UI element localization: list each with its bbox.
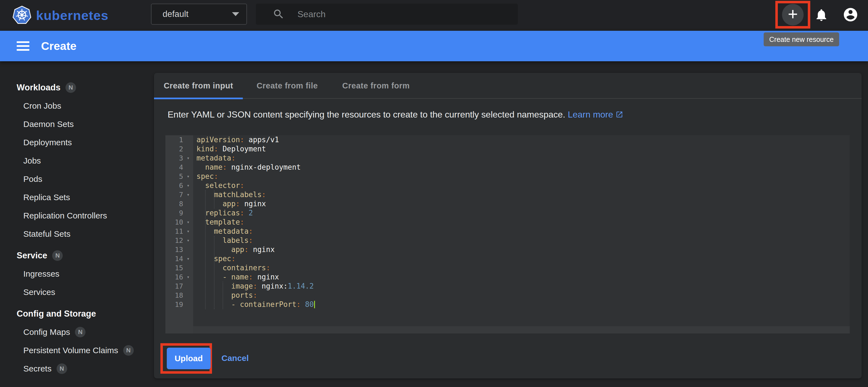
learn-more-link[interactable]: Learn more bbox=[568, 109, 623, 119]
code-line: 4 name: nginx-deployment bbox=[165, 163, 850, 172]
yaml-token: : bbox=[253, 291, 257, 300]
sidebar-item-services[interactable]: Services bbox=[0, 283, 154, 301]
yaml-token: apiVersion bbox=[196, 136, 240, 144]
sidebar-header-workloads[interactable]: WorkloadsN bbox=[0, 78, 154, 97]
editor-gutter-cell: 5▾ bbox=[165, 172, 193, 181]
code-text: apiVersion: apps/v1 bbox=[193, 135, 279, 144]
code-line: 12▾ labels: bbox=[165, 236, 850, 245]
namespaced-badge: N bbox=[52, 250, 63, 261]
fold-toggle-icon bbox=[183, 144, 193, 153]
yaml-token: name bbox=[231, 273, 249, 281]
editor-horizontal-scrollbar[interactable] bbox=[193, 326, 850, 333]
yaml-token: : bbox=[222, 163, 227, 171]
code-text: app: nginx bbox=[193, 199, 266, 208]
fold-toggle-icon[interactable]: ▾ bbox=[183, 273, 193, 282]
yaml-token: : bbox=[297, 300, 301, 309]
namespaced-badge: N bbox=[75, 327, 86, 338]
create-description: Enter YAML or JSON content specifying th… bbox=[167, 109, 623, 120]
yaml-token: : bbox=[214, 145, 218, 153]
code-line: 2kind: Deployment bbox=[165, 144, 850, 153]
sidebar-section-workloads: WorkloadsNCron JobsDaemon SetsDeployment… bbox=[0, 78, 154, 243]
code-line: 5▾spec: bbox=[165, 172, 850, 181]
yaml-token bbox=[227, 273, 231, 281]
sidebar-item-stateful-sets[interactable]: Stateful Sets bbox=[0, 225, 154, 243]
brand-wordmark: kubernetes bbox=[36, 8, 108, 23]
sidebar-item-secrets[interactable]: SecretsN bbox=[0, 359, 154, 378]
code-text: selector: bbox=[193, 181, 244, 190]
fold-toggle-icon[interactable]: ▾ bbox=[183, 190, 193, 199]
sidebar-item-daemon-sets[interactable]: Daemon Sets bbox=[0, 115, 154, 133]
fold-toggle-icon[interactable]: ▾ bbox=[183, 236, 193, 245]
external-link-icon bbox=[616, 111, 623, 118]
code-line: 3▾metadata: bbox=[165, 153, 850, 163]
account-circle-icon[interactable] bbox=[842, 7, 859, 23]
create-card: Create from inputCreate from fileCreate … bbox=[154, 73, 862, 378]
sidebar-item-label: Replication Controllers bbox=[23, 211, 107, 220]
line-number: 2 bbox=[165, 144, 183, 153]
text-cursor bbox=[314, 301, 315, 308]
editor-gutter-cell: 12▾ bbox=[165, 236, 193, 245]
code-line: 1apiVersion: apps/v1 bbox=[165, 135, 850, 144]
yaml-token: nginx-deployment bbox=[227, 163, 301, 171]
yaml-token bbox=[196, 263, 222, 272]
code-line: 18 ports: bbox=[165, 291, 850, 300]
tab-create-from-file[interactable]: Create from file bbox=[243, 73, 332, 99]
sidebar-item-replication-controllers[interactable]: Replication Controllers bbox=[0, 207, 154, 225]
yaml-editor[interactable]: 1apiVersion: apps/v12kind: Deployment3▾m… bbox=[165, 135, 850, 333]
namespace-selector[interactable]: default bbox=[151, 4, 247, 25]
upload-button[interactable]: Upload bbox=[167, 348, 211, 369]
tab-create-from-input[interactable]: Create from input bbox=[154, 73, 243, 99]
sidebar-item-persistent-volume-claims[interactable]: Persistent Volume ClaimsN bbox=[0, 341, 154, 359]
editor-gutter-cell: 7▾ bbox=[165, 190, 193, 199]
fold-toggle-icon bbox=[183, 282, 193, 291]
sidebar: WorkloadsNCron JobsDaemon SetsDeployment… bbox=[0, 61, 154, 387]
sidebar-item-label: Jobs bbox=[23, 156, 41, 166]
tab-create-from-form[interactable]: Create from form bbox=[332, 73, 421, 99]
code-line: 16▾ - name: nginx bbox=[165, 273, 850, 282]
sidebar-item-cron-jobs[interactable]: Cron Jobs bbox=[0, 97, 154, 115]
fold-toggle-icon[interactable]: ▾ bbox=[183, 218, 193, 227]
code-text: ports: bbox=[193, 291, 257, 300]
fold-toggle-icon[interactable]: ▾ bbox=[183, 181, 193, 190]
yaml-token: nginx: bbox=[257, 282, 288, 290]
editor-gutter-cell: 13 bbox=[165, 245, 193, 254]
code-line: 14▾ spec: bbox=[165, 254, 850, 263]
fold-toggle-icon[interactable]: ▾ bbox=[183, 172, 193, 181]
sidebar-item-label: Daemon Sets bbox=[23, 119, 74, 129]
line-number: 15 bbox=[165, 263, 183, 273]
yaml-token bbox=[196, 163, 205, 171]
fold-toggle-icon bbox=[183, 135, 193, 144]
sidebar-header-config-and-storage[interactable]: Config and Storage bbox=[0, 305, 154, 323]
indent-guide bbox=[214, 236, 215, 309]
code-text: - containerPort: 80 bbox=[193, 300, 315, 309]
kubernetes-logo[interactable]: kubernetes bbox=[12, 3, 108, 28]
fold-toggle-icon[interactable]: ▾ bbox=[183, 227, 193, 236]
line-number: 7 bbox=[165, 190, 183, 199]
yaml-token: : bbox=[266, 263, 270, 272]
yaml-token: replicas bbox=[205, 209, 240, 217]
fold-toggle-icon[interactable]: ▾ bbox=[183, 153, 193, 163]
code-text: name: nginx-deployment bbox=[193, 163, 301, 172]
cancel-button[interactable]: Cancel bbox=[221, 353, 249, 363]
namespace-selected-value: default bbox=[163, 9, 232, 19]
sidebar-item-jobs[interactable]: Jobs bbox=[0, 152, 154, 170]
yaml-token: 80 bbox=[301, 300, 314, 309]
search-bar[interactable] bbox=[256, 4, 518, 25]
page-title: Create bbox=[41, 40, 76, 53]
notifications-bell-icon[interactable] bbox=[814, 8, 829, 22]
fold-toggle-icon[interactable]: ▾ bbox=[183, 254, 193, 263]
fold-toggle-icon bbox=[183, 263, 193, 273]
sidebar-header-label: Service bbox=[17, 251, 47, 260]
yaml-token bbox=[196, 181, 205, 189]
sidebar-item-pods[interactable]: Pods bbox=[0, 170, 154, 188]
create-new-resource-button[interactable]: + bbox=[782, 4, 804, 26]
menu-hamburger-icon[interactable] bbox=[17, 41, 29, 51]
sidebar-item-config-maps[interactable]: Config MapsN bbox=[0, 323, 154, 341]
sidebar-item-deployments[interactable]: Deployments bbox=[0, 133, 154, 152]
sidebar-item-ingresses[interactable]: Ingresses bbox=[0, 265, 154, 283]
sidebar-header-service[interactable]: ServiceN bbox=[0, 246, 154, 265]
search-input[interactable] bbox=[298, 9, 511, 20]
sidebar-item-replica-sets[interactable]: Replica Sets bbox=[0, 188, 154, 207]
yaml-token: : bbox=[249, 227, 253, 235]
yaml-token: : bbox=[244, 245, 249, 254]
